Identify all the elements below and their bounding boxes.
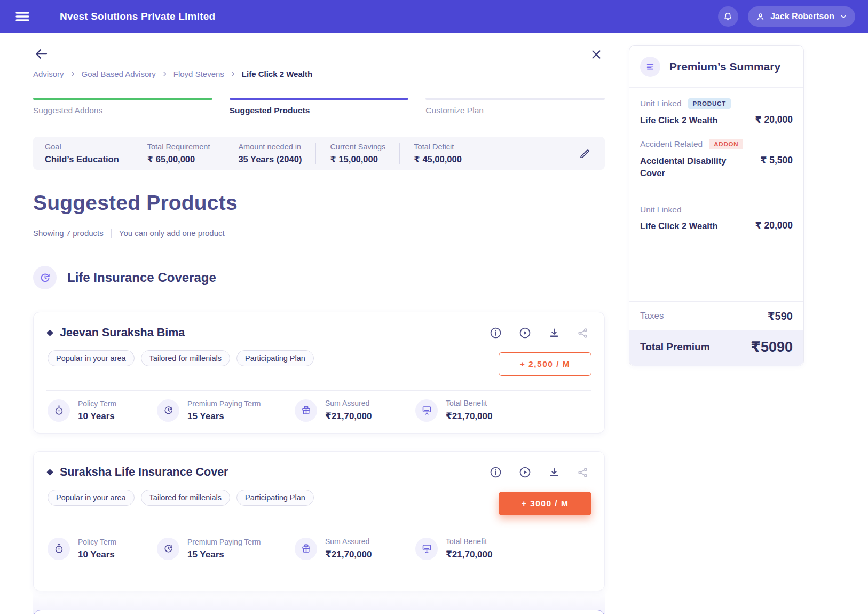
sum-assured-detail: Sum Assured₹21,70,000 bbox=[295, 537, 415, 560]
summary-entry: Accident Related ADDON Accidental Disabi… bbox=[640, 139, 793, 179]
tag-pill: Participating Plan bbox=[236, 490, 314, 506]
policy-term-detail: Policy Term10 Years bbox=[48, 537, 157, 560]
summary-lines-icon bbox=[640, 57, 660, 77]
divider bbox=[640, 193, 793, 193]
breadcrumb: Advisory Goal Based Advisory Floyd Steve… bbox=[33, 69, 312, 78]
entry-category: Unit Linked bbox=[640, 205, 682, 215]
main-content: Advisory Goal Based Advisory Floyd Steve… bbox=[33, 33, 605, 614]
clock-refresh-icon bbox=[157, 538, 179, 560]
addon-badge: ADDON bbox=[709, 139, 743, 149]
goal-summary-bar: Goal Child’s Education Total Requirement… bbox=[33, 137, 605, 170]
product-details: Policy Term10 Years Premium Paying Term1… bbox=[48, 399, 591, 422]
current-savings-field: Current Savings ₹ 15,00,000 bbox=[316, 143, 400, 164]
gift-box-icon bbox=[295, 399, 317, 422]
sum-assured-detail: Sum Assured₹21,70,000 bbox=[295, 399, 415, 422]
product-card: Jeevan Suraksha Bima Popular in your are… bbox=[33, 312, 605, 434]
notifications-bell-icon[interactable] bbox=[718, 6, 738, 27]
user-icon bbox=[755, 12, 766, 22]
total-benefit-detail: Total Benefit₹21,70,000 bbox=[415, 399, 492, 422]
user-menu[interactable]: Jack Robertson bbox=[748, 6, 855, 27]
summary-entry: Unit Linked PRODUCT Life Click 2 Wealth … bbox=[640, 98, 793, 126]
tag-pill: Tailored for millenials bbox=[141, 490, 230, 506]
product-name: Jeevan Suraksha Bima bbox=[60, 326, 185, 340]
taxes-label: Taxes bbox=[640, 311, 664, 321]
product-badge: PRODUCT bbox=[688, 98, 731, 109]
entry-category: Unit Linked bbox=[640, 99, 682, 108]
clock-refresh-icon bbox=[157, 399, 179, 422]
info-icon[interactable] bbox=[489, 466, 502, 479]
step-progress-bar bbox=[230, 98, 409, 100]
entry-amount: ₹ 20,000 bbox=[755, 114, 793, 126]
back-arrow-icon[interactable] bbox=[33, 46, 50, 62]
breadcrumb-floyd-stevens[interactable]: Floyd Stevens bbox=[173, 69, 224, 78]
tag-pill: Popular in your area bbox=[48, 490, 135, 506]
breadcrumb-current-page: Life Click 2 Wealth bbox=[242, 69, 312, 78]
add-limit-note: You can only add one product bbox=[119, 229, 225, 238]
tab-suggested-products[interactable]: Suggested Products bbox=[230, 98, 409, 115]
close-icon[interactable] bbox=[589, 46, 605, 62]
taxes-row: Taxes ₹590 bbox=[629, 301, 803, 330]
next-product-card-partial bbox=[33, 610, 605, 614]
summary-title: Premium’s Summary bbox=[669, 60, 780, 73]
taxes-amount: ₹590 bbox=[768, 310, 793, 322]
product-details: Policy Term10 Years Premium Paying Term1… bbox=[48, 537, 591, 560]
total-deficit-field: Total Deficit ₹ 45,00,000 bbox=[400, 143, 475, 164]
page-title: Suggested Products bbox=[33, 191, 238, 215]
total-premium-amount: ₹5090 bbox=[751, 339, 793, 356]
share-icon[interactable] bbox=[577, 327, 589, 340]
tag-pill: Tailored for millenials bbox=[141, 350, 230, 366]
breadcrumb-separator-icon bbox=[161, 70, 168, 77]
premium-summary-panel: Premium’s Summary Unit Linked PRODUCT Li… bbox=[629, 45, 804, 366]
edit-goal-pencil-icon[interactable] bbox=[577, 145, 593, 162]
total-requirement-field: Total Requirement ₹ 65,00,000 bbox=[133, 143, 225, 164]
diamond-bullet-icon bbox=[46, 329, 53, 336]
add-product-price-button[interactable]: + 3000 / M bbox=[499, 492, 591, 515]
divider bbox=[46, 390, 591, 391]
stopwatch-icon bbox=[48, 399, 70, 422]
screen-award-icon bbox=[415, 399, 438, 422]
share-icon[interactable] bbox=[577, 466, 589, 479]
tab-suggested-addons[interactable]: Suggested Addons bbox=[33, 98, 212, 115]
diamond-bullet-icon bbox=[46, 469, 53, 476]
goal-field: Goal Child’s Education bbox=[45, 143, 133, 164]
step-tabs: Suggested Addons Suggested Products Cust… bbox=[33, 98, 605, 115]
total-premium-row: Total Premium ₹5090 bbox=[629, 330, 803, 366]
breadcrumb-goal-based-advisory[interactable]: Goal Based Advisory bbox=[82, 69, 156, 78]
download-icon[interactable] bbox=[548, 466, 561, 479]
product-card: Suraksha Life Insurance Cover Popular in… bbox=[33, 451, 605, 591]
entry-name: Accidental Disability Cover bbox=[640, 155, 728, 179]
tab-customize-plan[interactable]: Customize Plan bbox=[425, 98, 605, 115]
total-benefit-detail: Total Benefit₹21,70,000 bbox=[415, 537, 492, 560]
total-premium-label: Total Premium bbox=[640, 341, 710, 353]
play-video-icon[interactable] bbox=[518, 466, 532, 479]
breadcrumb-advisory[interactable]: Advisory bbox=[33, 69, 64, 78]
product-name: Suraksha Life Insurance Cover bbox=[60, 466, 228, 479]
breadcrumb-separator-icon bbox=[230, 70, 236, 77]
divider bbox=[233, 278, 605, 278]
stopwatch-icon bbox=[48, 538, 70, 560]
premium-paying-term-detail: Premium Paying Term15 Years bbox=[157, 399, 295, 422]
step-progress-bar bbox=[33, 98, 212, 100]
showing-count: Showing 7 products bbox=[33, 229, 104, 238]
user-name: Jack Robertson bbox=[770, 12, 834, 21]
top-navbar: Nvest Solutions Private Limited Jack Rob… bbox=[0, 0, 868, 33]
info-icon[interactable] bbox=[489, 326, 502, 340]
download-icon[interactable] bbox=[548, 327, 561, 340]
app-title: Nvest Solutions Private Limited bbox=[60, 11, 215, 22]
play-video-icon[interactable] bbox=[518, 326, 532, 340]
chevron-down-icon bbox=[839, 12, 848, 21]
premium-paying-term-detail: Premium Paying Term15 Years bbox=[157, 537, 295, 560]
entry-name: Life Click 2 Wealth bbox=[640, 114, 718, 126]
hamburger-menu-icon[interactable] bbox=[13, 7, 32, 26]
screen-award-icon bbox=[415, 538, 438, 560]
amount-needed-field: Amount needed in 35 Years (2040) bbox=[224, 143, 316, 164]
add-product-price-button[interactable]: + 2,500 / M bbox=[499, 352, 591, 376]
section-title: Life Insurance Coverage bbox=[67, 270, 216, 285]
page-subtitle: Showing 7 products You can only add one … bbox=[33, 229, 225, 238]
tag-pill: Popular in your area bbox=[48, 350, 135, 366]
breadcrumb-separator-icon bbox=[69, 70, 76, 77]
tag-pill: Participating Plan bbox=[236, 350, 314, 366]
policy-term-detail: Policy Term10 Years bbox=[48, 399, 157, 422]
clock-history-icon bbox=[33, 266, 57, 289]
gift-box-icon bbox=[295, 538, 317, 560]
